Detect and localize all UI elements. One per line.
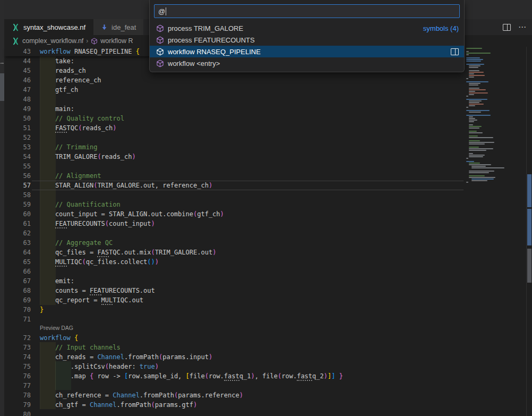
codelens-row: Preview DAG: [4, 324, 532, 333]
left-editor-edge: [0, 0, 4, 416]
code-line[interactable]: 52: [4, 133, 532, 142]
line-content: workflow RNASEQ_PIPELINE {: [40, 47, 140, 56]
line-content: counts = FEATURECOUNTS.out: [40, 286, 155, 295]
symbol-cube-icon: [91, 38, 98, 45]
line-content: // Alignment: [40, 171, 101, 181]
tab-ide-features[interactable]: ide_feat: [93, 19, 143, 35]
code-line[interactable]: 77: [4, 381, 532, 390]
codelens-preview-dag[interactable]: Preview DAG: [40, 324, 73, 333]
code-editor[interactable]: 43workflow RNASEQ_PIPELINE { 44 take:45 …: [4, 47, 532, 416]
line-number: 57: [4, 181, 31, 190]
line-number: 77: [4, 381, 31, 390]
code-line[interactable]: 50 // Quality control: [4, 114, 532, 123]
line-number: 68: [4, 286, 31, 295]
tab-syntax-showcase[interactable]: syntax_showcase.nf: [4, 19, 93, 35]
code-line[interactable]: 58: [4, 190, 532, 200]
code-line[interactable]: 64 qc_files = FASTQC.out.mix(TRIM_GALORE…: [4, 248, 532, 257]
quickpick-item-label: process FEATURECOUNTS: [168, 36, 255, 44]
code-line[interactable]: 49 main:: [4, 104, 532, 114]
code-line[interactable]: 69 qc_report = MULTIQC.out: [4, 295, 532, 305]
line-number: 43: [4, 47, 31, 56]
line-content: reference_ch: [40, 75, 101, 85]
line-content: .splitCsv(header: true): [40, 362, 159, 371]
line-number: 53: [4, 142, 31, 152]
split-editor-icon[interactable]: [503, 24, 511, 31]
code-line[interactable]: 67 emit:: [4, 276, 532, 286]
overview-ruler[interactable]: [526, 47, 532, 416]
code-line[interactable]: 59 // Quantification: [4, 200, 532, 209]
line-number: 55: [4, 162, 31, 171]
code-line[interactable]: 53 // Trimming: [4, 142, 532, 152]
line-number: 52: [4, 133, 31, 142]
line-number: 75: [4, 362, 31, 371]
line-content: reads_ch: [40, 66, 86, 75]
code-line[interactable]: 76 .map { row -> [row.sample_id, [file(r…: [4, 371, 532, 381]
more-actions-icon[interactable]: ⋯: [518, 22, 527, 32]
line-number: 67: [4, 276, 31, 286]
line-number: 79: [4, 400, 31, 410]
line-content: FASTQC(reads_ch): [40, 123, 117, 133]
line-content: // Input channels: [40, 343, 121, 352]
code-line[interactable]: 79 ch_gtf = Channel.fromPath(params.gtf): [4, 400, 532, 410]
line-content: }: [40, 305, 44, 315]
line-number: 80: [4, 410, 31, 416]
quickpick-item[interactable]: workflow RNASEQ_PIPELINE: [150, 46, 464, 57]
line-content: STAR_ALIGN(TRIM_GALORE.out, reference_ch…: [40, 181, 212, 190]
code-line[interactable]: 75 .splitCsv(header: true): [4, 362, 532, 371]
quickpick-item-label: workflow RNASEQ_PIPELINE: [168, 48, 261, 56]
left-scrollbar-thumb[interactable]: [0, 73, 4, 101]
code-line[interactable]: 47 gtf_ch: [4, 85, 532, 95]
chevron-right-icon: ›: [86, 37, 88, 45]
code-line[interactable]: 60 count_input = STAR_ALIGN.out.combine(…: [4, 209, 532, 219]
code-line[interactable]: 70}: [4, 305, 532, 315]
code-line[interactable]: 46 reference_ch: [4, 75, 532, 85]
quickpick-input[interactable]: @: [154, 4, 460, 18]
quickpick-item[interactable]: process TRIM_GALOREsymbols (4): [150, 22, 464, 34]
line-number: 60: [4, 209, 31, 219]
line-content: workflow {: [40, 333, 78, 343]
code-line[interactable]: 57 STAR_ALIGN(TRIM_GALORE.out, reference…: [4, 181, 532, 190]
symbols-count-link[interactable]: symbols (4): [423, 24, 459, 32]
tab-label: ide_feat: [111, 23, 136, 31]
code-line[interactable]: 68 counts = FEATURECOUNTS.out: [4, 286, 532, 295]
code-line[interactable]: 61 FEATURECOUNTS(count_input): [4, 219, 532, 228]
line-number: 70: [4, 305, 31, 315]
code-line[interactable]: 56 // Alignment: [4, 171, 532, 181]
overflow-dots-icon: [0, 63, 4, 65]
line-content: take:: [40, 56, 74, 66]
code-line[interactable]: 78 ch_reference = Channel.fromPath(param…: [4, 390, 532, 400]
code-line[interactable]: 72workflow {: [4, 333, 532, 343]
line-number: 58: [4, 190, 31, 200]
line-content: ch_gtf = Channel.fromPath(params.gtf): [40, 400, 197, 410]
line-number: 73: [4, 343, 31, 352]
code-line[interactable]: 73 // Input channels: [4, 343, 532, 352]
line-number: 59: [4, 200, 31, 209]
code-line[interactable]: 63 // Aggregate QC: [4, 238, 532, 248]
code-line[interactable]: 65 MULTIQC(qc_files.collect()): [4, 257, 532, 267]
breadcrumb-symbol[interactable]: workflow R: [100, 37, 133, 45]
quickpick-item[interactable]: process FEATURECOUNTS: [150, 34, 464, 46]
code-line[interactable]: 55: [4, 162, 532, 171]
code-line[interactable]: 80: [4, 410, 532, 416]
open-to-side-icon[interactable]: [451, 48, 459, 55]
code-line[interactable]: 74 ch_reads = Channel.fromPath(params.in…: [4, 352, 532, 362]
line-number: 65: [4, 257, 31, 267]
breadcrumb-file[interactable]: complex_workflow.nf: [22, 37, 83, 45]
code-line[interactable]: 54 TRIM_GALORE(reads_ch): [4, 152, 532, 162]
code-line[interactable]: 66: [4, 267, 532, 276]
line-content: count_input = STAR_ALIGN.out.combine(gtf…: [40, 209, 224, 219]
line-content: ch_reference = Channel.fromPath(params.r…: [40, 390, 243, 400]
line-content: // Quantification: [40, 200, 121, 209]
tab-label: syntax_showcase.nf: [23, 23, 85, 31]
code-line[interactable]: 71: [4, 315, 532, 324]
quickpick-item[interactable]: workflow <entry>: [150, 57, 464, 69]
minimap-line: [466, 51, 469, 52]
editor-actions: ⋯: [503, 19, 527, 35]
nextflow-logo-icon: [12, 37, 20, 45]
code-line[interactable]: 62: [4, 228, 532, 238]
line-number: 61: [4, 219, 31, 228]
code-line[interactable]: 51 FASTQC(reads_ch): [4, 123, 532, 133]
line-number: 69: [4, 295, 31, 305]
quickpick-item-label: process TRIM_GALORE: [168, 24, 243, 32]
code-line[interactable]: 48: [4, 95, 532, 104]
